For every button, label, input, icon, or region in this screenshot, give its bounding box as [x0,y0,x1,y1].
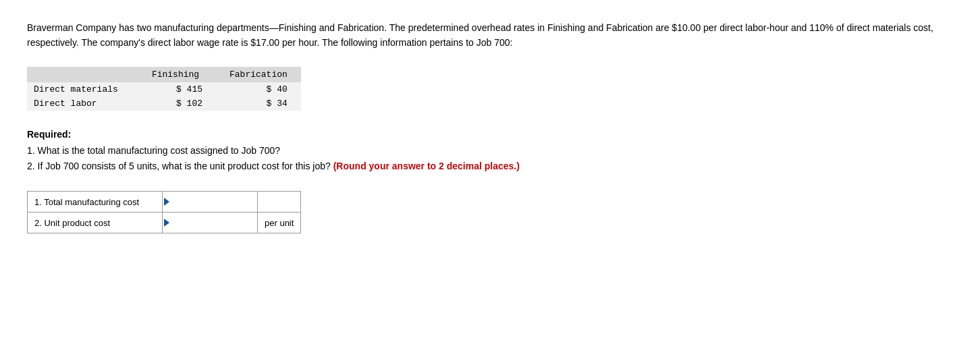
table-row: Direct materials $ 415 $ 40 [27,82,301,96]
fabrication-direct-labor: $ 34 [216,96,301,111]
col-header-fabrication: Fabrication [216,67,301,82]
data-table: Finishing Fabrication Direct materials $… [27,67,301,111]
question-2-bold: (Round your answer to 2 decimal places.) [333,161,520,171]
total-manufacturing-cost-input[interactable] [163,192,257,212]
unit-product-cost-input[interactable] [163,213,257,233]
problem-description: Braverman Company has two manufacturing … [27,20,945,51]
answer-row-1: 1. Total manufacturing cost [28,192,301,213]
finishing-direct-labor: $ 102 [135,96,216,111]
answer-row-2: 2. Unit product cost per unit [28,213,301,233]
answer-input-cell-1[interactable] [163,192,258,213]
answer-input-cell-2[interactable] [163,213,258,233]
finishing-direct-materials: $ 415 [135,82,216,96]
fabrication-direct-materials: $ 40 [216,82,301,96]
question-2: 2. If Job 700 consists of 5 units, what … [27,159,953,175]
col-header-finishing: Finishing [135,67,216,82]
row-label-direct-materials: Direct materials [27,82,135,96]
table-row: Direct labor $ 102 $ 34 [27,96,301,111]
question-2-prefix: 2. If Job 700 consists of 5 units, what … [27,161,331,171]
answer-label-2: 2. Unit product cost [28,213,163,233]
answer-label-1: 1. Total manufacturing cost [28,192,163,213]
required-label: Required: [27,129,71,140]
required-section: Required: 1. What is the total manufactu… [27,127,953,175]
row-label-direct-labor: Direct labor [27,96,135,111]
answer-suffix-1 [258,192,301,213]
answer-table: 1. Total manufacturing cost 2. Unit prod… [27,191,301,233]
question-1: 1. What is the total manufacturing cost … [27,143,953,159]
answer-suffix-2: per unit [258,213,301,233]
col-header-empty [27,67,135,82]
